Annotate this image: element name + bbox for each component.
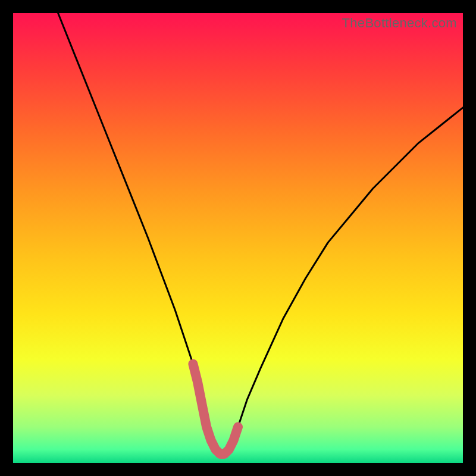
chart-svg	[13, 13, 463, 463]
bottleneck-curve	[58, 13, 463, 454]
highlight-curve	[193, 364, 238, 454]
plot-area: TheBottleneck.com	[13, 13, 463, 463]
chart-frame: TheBottleneck.com	[0, 0, 476, 476]
